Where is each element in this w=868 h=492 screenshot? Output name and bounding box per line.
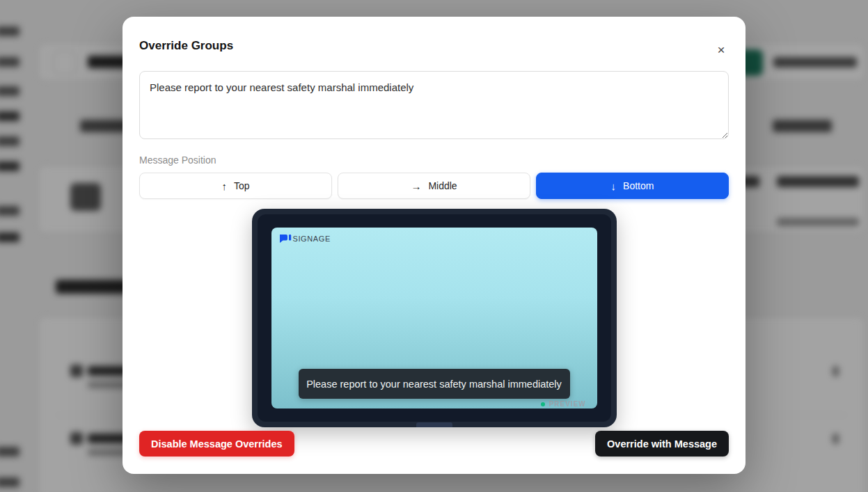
modal-title: Override Groups [139,39,729,53]
brand-text: SIGNAGE [293,235,331,243]
tv-inner-bezel: SIGNAGE Please report to your nearest sa… [258,214,611,422]
preview-status-label: PREVIEW [549,400,585,408]
message-position-label: Message Position [139,154,729,166]
tv-screen-preview: SIGNAGE Please report to your nearest sa… [271,228,597,408]
pisignage-logo-icon [280,235,292,243]
modal-footer: Disable Message Overrides Override with … [139,431,729,457]
tv-stand [416,422,452,427]
position-middle-label: Middle [428,180,457,191]
position-top-button[interactable]: ↑ Top [139,173,332,199]
override-message-input[interactable]: Please report to your nearest safety mar… [139,71,729,139]
arrow-right-icon: → [411,180,421,192]
override-groups-modal: Override Groups × Please report to your … [123,17,745,474]
position-bottom-label: Bottom [623,180,654,191]
position-bottom-button[interactable]: ↓ Bottom [536,173,729,199]
position-middle-button[interactable]: → Middle [338,173,530,199]
preview-area: SIGNAGE Please report to your nearest sa… [139,209,729,427]
pisignage-logo: SIGNAGE [280,235,331,243]
disable-message-overrides-button[interactable]: Disable Message Overrides [139,431,294,457]
status-dot-icon [541,402,545,406]
arrow-down-icon: ↓ [611,180,617,192]
preview-message-bar: Please report to your nearest safety mar… [299,369,570,399]
preview-indicator: PREVIEW [541,400,585,408]
arrow-up-icon: ↑ [221,180,227,192]
tv-frame: SIGNAGE Please report to your nearest sa… [252,209,617,427]
override-with-message-button[interactable]: Override with Message [595,431,729,457]
position-top-label: Top [234,180,250,191]
message-position-group: ↑ Top → Middle ↓ Bottom [139,173,729,199]
close-icon[interactable]: × [713,42,729,57]
